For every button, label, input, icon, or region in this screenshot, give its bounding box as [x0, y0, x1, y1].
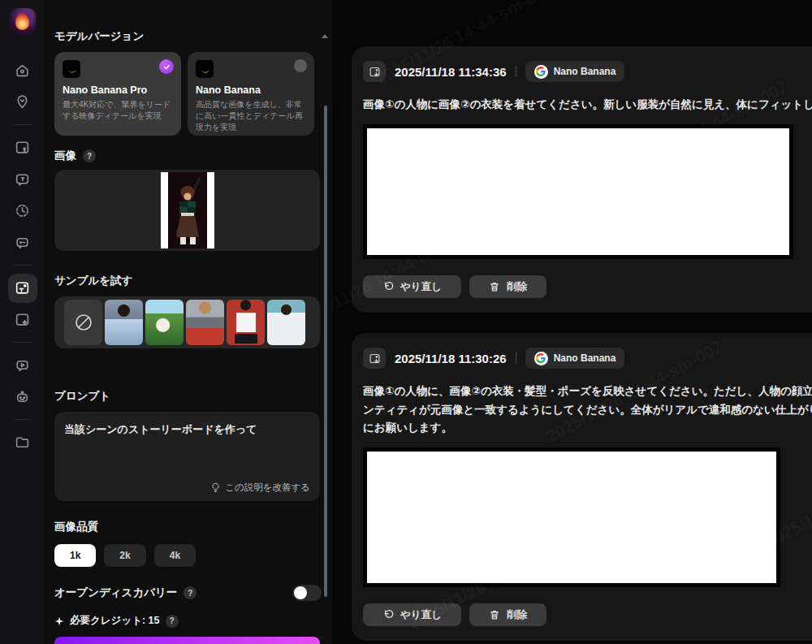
delete-button[interactable]: 削除 [469, 275, 546, 298]
entry-timestamp: 2025/11/18 11:30:26 [395, 352, 507, 365]
sample-photo-tile[interactable] [145, 300, 184, 345]
settings-panel: モデルバージョン Nano Banana Pro 最大4K対応で、業界をリードす… [45, 0, 333, 644]
improve-prompt-label: この説明を改善する [225, 482, 310, 494]
improve-prompt-button[interactable]: この説明を改善する [210, 482, 310, 494]
entry-header: 2025/11/18 11:30:26 Nano Banana [363, 348, 812, 369]
rail-divider [14, 124, 32, 125]
delete-label: 削除 [507, 280, 527, 294]
quality-option-4k[interactable]: 4k [154, 544, 196, 567]
trash-icon [489, 281, 500, 292]
panel-scrollbar[interactable] [324, 106, 327, 597]
no-sample-icon [73, 312, 94, 333]
sample-none-tile[interactable] [64, 300, 102, 345]
redo-icon [382, 609, 394, 620]
trash-icon [489, 609, 500, 620]
home-icon[interactable] [8, 56, 37, 85]
chat-bubble-icon[interactable] [8, 228, 37, 257]
header-divider [516, 66, 516, 77]
sample-photo-tile[interactable] [186, 300, 224, 345]
prompt-box: 当該シーンのストーリーボードを作って この説明を改善する [54, 412, 320, 501]
quality-options: 1k 2k 4k [54, 544, 322, 567]
model-badge-label: Nano Banana [554, 66, 616, 77]
delete-label: 削除 [507, 608, 527, 622]
create-button[interactable]: 作成 [54, 637, 320, 644]
banana-icon [63, 60, 80, 78]
selected-check-icon [159, 59, 174, 74]
image-grid-icon[interactable] [8, 133, 37, 162]
entry-header: 2025/11/18 11:34:36 Nano Banana [363, 61, 812, 82]
location-pin-icon[interactable] [8, 88, 37, 117]
model-card-title: Nano Banana Pro [63, 84, 173, 96]
model-card-desc: 高品質な画像を生成し、非常に高い一貫性とディテール再現力を実現 [196, 99, 306, 133]
credits-label: 必要クレジット: 15 [70, 614, 160, 628]
model-card-title: Nano Banana [196, 84, 306, 96]
sample-list [54, 296, 320, 348]
image-to-text-icon[interactable] [8, 274, 37, 303]
model-badge-label: Nano Banana [554, 352, 616, 364]
google-g-icon [534, 352, 548, 365]
image-edit-icon[interactable] [363, 61, 386, 82]
redo-button[interactable]: やり直し [363, 275, 461, 298]
redo-label: やり直し [400, 608, 442, 622]
history-entry: 2025/11/18 11:30:26 Nano Banana 画像①の人物に、… [352, 333, 812, 641]
rail-divider [14, 342, 32, 343]
text-chat-icon[interactable] [8, 165, 37, 194]
quality-option-1k[interactable]: 1k [54, 544, 96, 567]
credits-help-icon[interactable]: ? [166, 615, 179, 628]
image-help-icon[interactable]: ? [83, 149, 96, 162]
history-entry: 2025/11/18 11:34:36 Nano Banana 画像①の人物に画… [352, 46, 812, 313]
model-badge[interactable]: Nano Banana [525, 348, 625, 369]
open-discovery-toggle[interactable] [292, 585, 322, 601]
model-card-nano-banana[interactable]: Nano Banana 高品質な画像を生成し、非常に高い一貫性とディテール再現力… [188, 52, 314, 136]
model-card-desc: 最大4K対応で、業界をリードする映像ディテールを実現 [63, 99, 173, 122]
prompt-label: プロンプト [54, 389, 322, 404]
sparkle-icon [54, 616, 64, 626]
google-g-icon [534, 65, 548, 79]
history-clock-icon[interactable] [8, 197, 37, 226]
rail-divider [14, 265, 32, 266]
header-divider [516, 352, 516, 364]
image-edit-icon[interactable] [363, 348, 386, 369]
entry-actions: やり直し 削除 [363, 275, 812, 298]
sample-photo-tile[interactable] [267, 300, 305, 345]
robot-icon[interactable] [8, 383, 37, 412]
model-badge[interactable]: Nano Banana [525, 61, 625, 82]
sample-photo-tile[interactable] [105, 300, 143, 345]
redo-label: やり直し [400, 280, 442, 294]
generated-image[interactable] [363, 124, 793, 259]
quality-option-2k[interactable]: 2k [104, 544, 145, 567]
redo-icon [382, 281, 394, 292]
app-logo-icon[interactable] [9, 8, 36, 35]
generated-image[interactable] [363, 447, 780, 587]
delete-button[interactable]: 削除 [469, 603, 546, 626]
quality-label: 画像品質 [54, 520, 322, 534]
model-version-label: モデルバージョン [54, 29, 322, 44]
model-card-nano-banana-pro[interactable]: Nano Banana Pro 最大4K対応で、業界をリードする映像ディテールを… [54, 52, 181, 136]
scroll-up-arrow[interactable] [322, 34, 328, 38]
open-discovery-row: オープンディスカバリー ? [54, 585, 322, 601]
lightbulb-icon [210, 482, 221, 493]
entry-timestamp: 2025/11/18 11:34:36 [395, 65, 507, 79]
toggle-knob [294, 586, 307, 599]
banana-icon [196, 60, 214, 78]
history-panel: 2025/11/26 14:44-sm-007 2025/11/26 14:44… [333, 0, 812, 644]
samples-label: サンプルを試す [54, 274, 322, 288]
chat-play-icon[interactable] [8, 351, 37, 380]
open-discovery-help-icon[interactable]: ? [184, 586, 197, 599]
sample-photo-tile[interactable] [227, 300, 265, 345]
entry-prompt-text: 画像①の人物に画像②の衣装を着せてください。新しい服装が自然に見え、体にフィット… [363, 96, 812, 114]
entry-prompt-text: 画像①の人物に、画像②の衣装・髪型・ポーズを反映させてください。ただし、人物の顔… [363, 383, 812, 437]
credits-row: 必要クレジット: 15 ? [54, 614, 322, 628]
image-label: 画像 [54, 149, 76, 163]
unselected-radio-icon [294, 59, 307, 72]
open-discovery-label: オープンディスカバリー [54, 586, 177, 600]
uploaded-character-thumbnail[interactable] [161, 172, 214, 249]
icon-rail [0, 0, 45, 644]
folder-icon[interactable] [8, 428, 37, 457]
redo-button[interactable]: やり直し [363, 603, 461, 626]
image-sparkle-icon[interactable] [8, 305, 37, 335]
reference-image-upload[interactable] [54, 170, 320, 251]
model-card-list: Nano Banana Pro 最大4K対応で、業界をリードする映像ディテールを… [54, 52, 322, 136]
app-window: モデルバージョン Nano Banana Pro 最大4K対応で、業界をリードす… [0, 0, 812, 644]
rail-divider [14, 419, 32, 420]
